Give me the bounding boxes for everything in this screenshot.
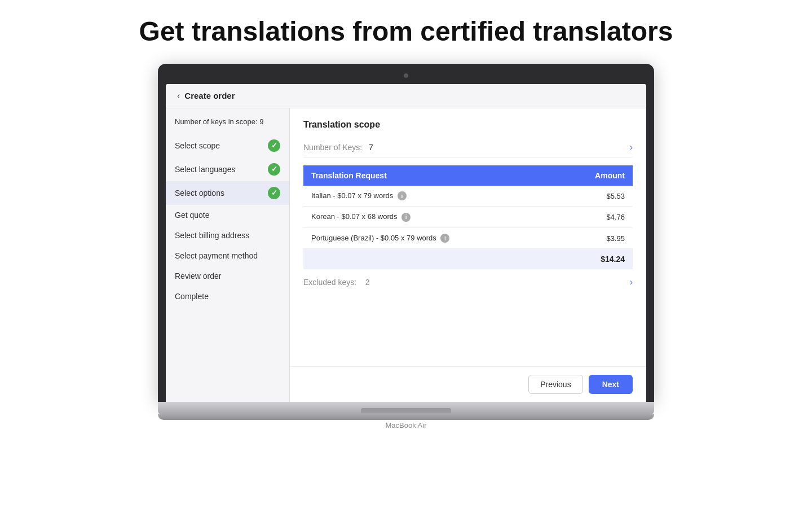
info-icon-2[interactable]: i bbox=[440, 234, 449, 243]
main-content: Translation scope Number of Keys: 7 › bbox=[290, 108, 646, 366]
number-of-keys-chevron[interactable]: › bbox=[630, 142, 633, 152]
app-header-title: Create order bbox=[184, 91, 235, 100]
sidebar-item-label-0: Select scope bbox=[175, 141, 220, 150]
row-amount-0: $5.53 bbox=[558, 186, 633, 207]
camera-dot bbox=[404, 73, 408, 78]
sidebar-item-7[interactable]: Complete bbox=[166, 286, 289, 306]
info-icon-1[interactable]: i bbox=[401, 213, 411, 222]
sidebar-item-label-5: Select payment method bbox=[175, 251, 258, 260]
sidebar-keys-info: Number of keys in scope: 9 bbox=[166, 117, 289, 134]
sidebar-item-label-7: Complete bbox=[175, 292, 209, 301]
section-title: Translation scope bbox=[303, 120, 633, 130]
table-body: Italian - $0.07 x 79 words i$5.53Korean … bbox=[303, 186, 633, 249]
sidebar-item-3[interactable]: Get quote bbox=[166, 205, 289, 225]
macbook-label: MacBook Air bbox=[158, 421, 654, 430]
sidebar: Number of keys in scope: 9 Select scopeS… bbox=[166, 108, 290, 402]
sidebar-item-label-3: Get quote bbox=[175, 211, 210, 220]
laptop-screen-outer: ‹ Create order Number of keys in scope: … bbox=[158, 64, 654, 402]
total-empty-cell bbox=[303, 249, 558, 270]
sidebar-item-label-1: Select languages bbox=[175, 165, 235, 174]
col-amount: Amount bbox=[558, 165, 633, 186]
number-of-keys-row: Number of Keys: 7 › bbox=[303, 138, 633, 157]
sidebar-item-1[interactable]: Select languages bbox=[166, 157, 289, 181]
sidebar-item-label-4: Select billing address bbox=[175, 231, 249, 240]
excluded-keys-label: Excluded keys: 2 bbox=[303, 278, 370, 287]
excluded-keys-chevron[interactable]: › bbox=[630, 277, 633, 287]
back-button[interactable]: ‹ bbox=[177, 91, 180, 101]
main-panel: Translation scope Number of Keys: 7 › bbox=[290, 108, 646, 402]
col-request: Translation Request bbox=[303, 165, 558, 186]
check-icon-1 bbox=[268, 163, 280, 176]
laptop-base bbox=[158, 402, 654, 414]
next-button[interactable]: Next bbox=[589, 375, 633, 394]
laptop-foot bbox=[158, 414, 654, 420]
row-request-0: Italian - $0.07 x 79 words i bbox=[303, 186, 558, 207]
sidebar-item-label-2: Select options bbox=[175, 189, 224, 198]
sidebar-item-5[interactable]: Select payment method bbox=[166, 246, 289, 266]
laptop-notch bbox=[361, 408, 451, 413]
total-amount: $14.24 bbox=[558, 249, 633, 270]
table-row-2: Portuguese (Brazil) - $0.05 x 79 words i… bbox=[303, 227, 633, 249]
table-row-0: Italian - $0.07 x 79 words i$5.53 bbox=[303, 186, 633, 207]
excluded-keys-row: Excluded keys: 2 › bbox=[303, 271, 633, 293]
sidebar-item-2[interactable]: Select options bbox=[166, 181, 289, 205]
table-header: Translation Request Amount bbox=[303, 165, 633, 186]
sidebar-item-0[interactable]: Select scope bbox=[166, 134, 289, 157]
previous-button[interactable]: Previous bbox=[528, 375, 582, 394]
number-of-keys-label: Number of Keys: 7 bbox=[303, 143, 373, 152]
check-icon-0 bbox=[268, 139, 280, 152]
sidebar-item-4[interactable]: Select billing address bbox=[166, 225, 289, 246]
camera-bar bbox=[166, 72, 646, 80]
check-icon-2 bbox=[268, 187, 280, 199]
row-amount-1: $4.76 bbox=[558, 207, 633, 228]
table-footer: $14.24 bbox=[303, 249, 633, 270]
app-body: Number of keys in scope: 9 Select scopeS… bbox=[166, 108, 646, 402]
excluded-keys-value: 2 bbox=[365, 278, 370, 287]
row-request-1: Korean - $0.07 x 68 words i bbox=[303, 207, 558, 228]
laptop-wrapper: ‹ Create order Number of keys in scope: … bbox=[158, 64, 654, 430]
app-header: ‹ Create order bbox=[166, 84, 646, 108]
info-icon-0[interactable]: i bbox=[398, 191, 407, 200]
row-amount-2: $3.95 bbox=[558, 227, 633, 249]
page-headline: Get translations from certified translat… bbox=[139, 17, 673, 47]
footer-actions: Previous Next bbox=[290, 366, 646, 402]
table-row-1: Korean - $0.07 x 68 words i$4.76 bbox=[303, 207, 633, 228]
sidebar-item-6[interactable]: Review order bbox=[166, 266, 289, 286]
sidebar-item-label-6: Review order bbox=[175, 271, 221, 281]
row-request-2: Portuguese (Brazil) - $0.05 x 79 words i bbox=[303, 227, 558, 249]
number-of-keys-value: 7 bbox=[369, 143, 373, 152]
sidebar-items-container: Select scopeSelect languagesSelect optio… bbox=[166, 134, 289, 306]
translation-table: Translation Request Amount Italian - $0.… bbox=[303, 165, 633, 270]
table-total-row: $14.24 bbox=[303, 249, 633, 270]
laptop-screen: ‹ Create order Number of keys in scope: … bbox=[166, 84, 646, 402]
